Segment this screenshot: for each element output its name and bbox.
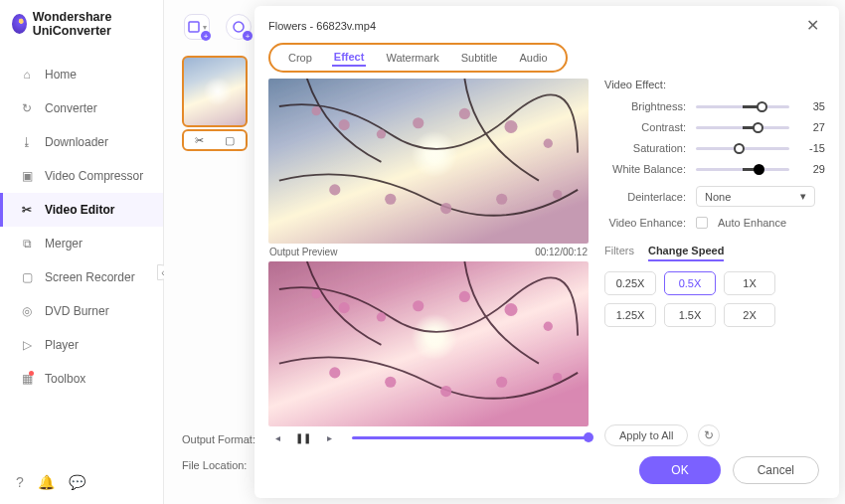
brightness-label: Brightness: (604, 100, 686, 112)
tab-subtitle[interactable]: Subtitle (459, 50, 500, 66)
seek-bar[interactable] (352, 436, 589, 439)
deinterlace-label: Deinterlace: (604, 191, 686, 203)
sidebar-item-converter[interactable]: ↻ Converter (0, 91, 163, 125)
sidebar-item-label: Merger (45, 237, 83, 251)
svg-point-6 (459, 108, 470, 119)
sidebar-item-label: Screen Recorder (45, 270, 135, 284)
svg-point-3 (339, 119, 350, 130)
contrast-slider[interactable] (696, 126, 789, 129)
svg-point-22 (385, 377, 396, 388)
tab-audio[interactable]: Audio (517, 50, 549, 66)
brightness-slider[interactable] (696, 105, 789, 108)
notification-dot (29, 371, 34, 376)
speed-1x[interactable]: 1X (724, 271, 775, 295)
ok-button[interactable]: OK (639, 456, 720, 484)
auto-enhance-checkbox[interactable] (696, 217, 708, 229)
crop-icon[interactable]: ▢ (225, 134, 235, 147)
sidebar-item-recorder[interactable]: ▢ Screen Recorder (0, 260, 163, 294)
tab-watermark[interactable]: Watermark (384, 50, 440, 66)
compressor-icon: ▣ (19, 168, 35, 184)
sidebar-item-dvd[interactable]: ◎ DVD Burner (0, 294, 163, 328)
svg-point-18 (459, 291, 470, 302)
sidebar-item-player[interactable]: ▷ Player (0, 328, 163, 362)
effect-subtabs: Filters Change Speed (604, 245, 825, 261)
tab-effect[interactable]: Effect (332, 49, 367, 67)
apply-to-all-button[interactable]: Apply to All (604, 424, 688, 446)
speed-0-25x[interactable]: 0.25X (604, 271, 656, 295)
svg-point-12 (496, 194, 507, 205)
sidebar-item-toolbox[interactable]: ▦ Toolbox (0, 362, 163, 396)
speed-2x[interactable]: 2X (724, 303, 775, 327)
recorder-icon: ▢ (19, 269, 35, 285)
sidebar-nav: ⌂ Home ↻ Converter ⭳ Downloader ▣ Video … (0, 58, 163, 464)
sidebar-item-label: DVD Burner (45, 304, 109, 318)
help-icon[interactable]: ? (16, 474, 24, 490)
sidebar-footer: ? 🔔 💬 (0, 464, 163, 504)
saturation-value: -15 (799, 142, 825, 154)
sidebar-item-video-editor[interactable]: ✂ Video Editor (0, 193, 163, 227)
bell-icon[interactable]: 🔔 (38, 474, 55, 490)
prev-button[interactable]: ◂ (268, 428, 286, 446)
speed-1-5x[interactable]: 1.5X (664, 303, 716, 327)
preview-column: Output Preview 00:12/00:12 ◂ ❚❚ ▸ (268, 79, 589, 446)
close-icon[interactable]: ✕ (800, 14, 825, 37)
preview-original (268, 79, 589, 244)
sidebar-item-label: Player (45, 338, 79, 352)
svg-point-9 (329, 184, 340, 195)
output-format-label: Output Format: (182, 433, 255, 445)
download-icon: ⭳ (19, 134, 35, 150)
wb-value: 29 (799, 163, 825, 175)
effect-dialog: Flowers - 66823v.mp4 ✕ Crop Effect Water… (254, 6, 839, 498)
file-location-label: File Location: (182, 459, 247, 471)
merger-icon: ⧉ (19, 236, 35, 252)
speed-1-25x[interactable]: 1.25X (604, 303, 656, 327)
sidebar-item-home[interactable]: ⌂ Home (0, 58, 163, 91)
clip-thumbnail-group: ✂ ▢ (182, 56, 248, 151)
contrast-label: Contrast: (604, 121, 686, 133)
svg-point-23 (440, 386, 451, 397)
add-circle-button[interactable]: + (226, 14, 252, 40)
svg-point-24 (496, 377, 507, 388)
sidebar-item-compressor[interactable]: ▣ Video Compressor (0, 159, 163, 193)
speed-0-5x[interactable]: 0.5X (664, 271, 716, 295)
video-effect-title: Video Effect: (604, 79, 825, 90)
dialog-title: Flowers - 66823v.mp4 (268, 20, 376, 32)
sidebar-item-downloader[interactable]: ⭳ Downloader (0, 125, 163, 159)
add-file-button[interactable]: +▾ (184, 14, 210, 40)
svg-point-4 (377, 129, 386, 138)
clip-thumbnail-tools: ✂ ▢ (182, 129, 248, 151)
pause-button[interactable]: ❚❚ (294, 428, 312, 446)
trim-icon[interactable]: ✂ (195, 134, 204, 147)
subtab-change-speed[interactable]: Change Speed (648, 245, 724, 261)
saturation-slider[interactable] (696, 147, 789, 150)
clip-thumbnail[interactable] (182, 56, 248, 127)
svg-point-14 (311, 289, 320, 298)
auto-enhance-option: Auto Enhance (718, 217, 786, 229)
subtab-filters[interactable]: Filters (604, 245, 634, 261)
cancel-button[interactable]: Cancel (733, 456, 819, 484)
sidebar: Wondershare UniConverter ⌂ Home ↻ Conver… (0, 0, 164, 504)
saturation-label: Saturation: (604, 142, 686, 154)
converter-icon: ↻ (19, 100, 35, 116)
tab-crop[interactable]: Crop (286, 50, 314, 66)
svg-point-1 (234, 22, 244, 32)
dvd-icon: ◎ (19, 303, 35, 319)
svg-rect-0 (189, 22, 199, 32)
svg-point-25 (553, 373, 562, 382)
wb-slider[interactable] (696, 168, 789, 171)
svg-point-7 (504, 120, 517, 133)
contrast-value: 27 (799, 121, 825, 133)
sidebar-item-merger[interactable]: ⧉ Merger (0, 227, 163, 260)
svg-point-10 (385, 194, 396, 205)
reset-icon[interactable]: ↻ (698, 424, 720, 446)
output-preview-label: Output Preview (269, 247, 337, 257)
svg-point-13 (553, 190, 562, 199)
next-button[interactable]: ▸ (320, 428, 338, 446)
chat-icon[interactable]: 💬 (69, 474, 85, 490)
brand-name: Wondershare UniConverter (33, 10, 151, 38)
svg-point-2 (311, 106, 320, 115)
svg-point-20 (544, 322, 553, 331)
deinterlace-select[interactable]: None ▾ (696, 186, 815, 207)
wb-label: White Balance: (604, 163, 686, 175)
preview-output (268, 261, 589, 426)
